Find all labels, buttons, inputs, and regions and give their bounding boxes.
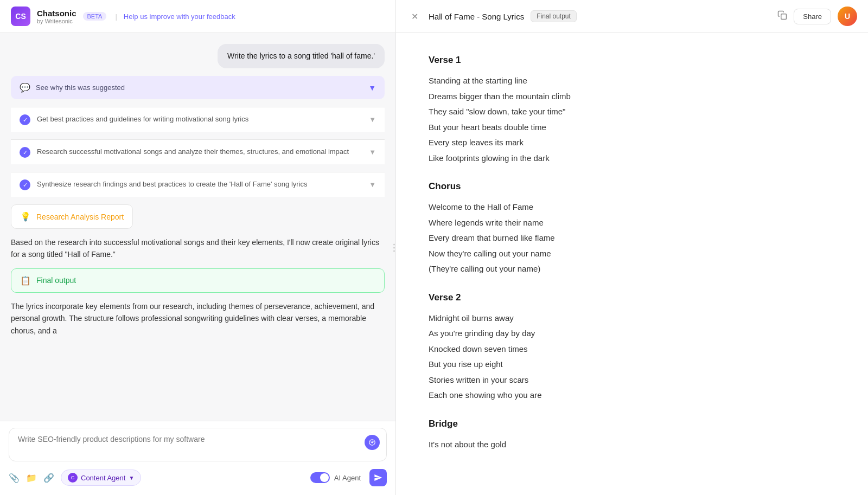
agent-chevron-icon: ▼ [129, 475, 134, 481]
beta-badge: BETA [83, 12, 107, 21]
chevron-right-icon-1: ▼ [369, 115, 376, 124]
task-item-1[interactable]: ✓ Get best practices and guidelines for … [11, 107, 385, 132]
section-title-1: Chorus [429, 181, 835, 192]
lyrics-line-2-0: Midnight oil burns away [429, 311, 835, 326]
task-item-3[interactable]: ✓ Synthesize research findings and best … [11, 172, 385, 197]
lyrics-line-1-0: Welcome to the Hall of Fame [429, 200, 835, 215]
section-title-2: Verse 2 [429, 292, 835, 303]
brand-info: Chatsonic by Writesonic [37, 9, 76, 24]
lyrics-line-1-1: Where legends write their name [429, 215, 835, 231]
doc-title: Hall of Fame - Song Lyrics [429, 12, 524, 21]
right-panel: ✕ Hall of Fame - Song Lyrics Final outpu… [396, 0, 868, 495]
resize-handle[interactable] [392, 243, 395, 252]
right-header: ✕ Hall of Fame - Song Lyrics Final outpu… [396, 0, 868, 33]
divider-dot-3 [393, 250, 395, 252]
lyrics-line-2-4: Stories written in your scars [429, 372, 835, 388]
svg-rect-0 [781, 14, 787, 20]
suggested-section: 💬 See why this was suggested ▼ [11, 76, 385, 99]
user-message: Write the lyrics to a song titled 'hall … [218, 44, 385, 68]
content-agent-button[interactable]: C Content Agent ▼ [61, 470, 141, 486]
lyrics-line-0-4: Every step leaves its mark [429, 135, 835, 151]
check-icon-1: ✓ [23, 117, 28, 124]
chat-input[interactable] [18, 435, 378, 452]
check-icon-3: ✓ [23, 182, 28, 189]
send-button[interactable] [369, 469, 387, 486]
final-output-card[interactable]: 📋 Final output [11, 268, 385, 293]
song-section-1: ChorusWelcome to the Hall of FameWhere l… [429, 181, 835, 277]
chevron-right-icon-3: ▼ [369, 181, 376, 189]
task-item-2[interactable]: ✓ Research successful motivational songs… [11, 139, 385, 164]
song-section-2: Verse 2Midnight oil burns awayAs you're … [429, 292, 835, 403]
research-report-card[interactable]: 💡 Research Analysis Report [11, 204, 133, 229]
attachment-icon[interactable]: 📎 [9, 473, 20, 483]
task-check-1: ✓ [20, 114, 30, 125]
folder-icon[interactable]: 📁 [26, 473, 37, 483]
section-title-0: Verse 1 [429, 55, 835, 66]
agent-avatar: C [68, 473, 78, 483]
lyrics-line-0-5: Like footprints glowing in the dark [429, 151, 835, 166]
task-check-2: ✓ [20, 147, 30, 158]
ai-agent-label: AI Agent [334, 474, 361, 482]
lyrics-line-0-2: They said "slow down, take your time" [429, 104, 835, 120]
song-section-3: BridgeIt's not about the gold [429, 419, 835, 453]
app-logo: CS [11, 7, 30, 26]
toggle-knob [320, 473, 329, 482]
lyrics-line-3-0: It's not about the gold [429, 437, 835, 453]
task-text-3: Synthesize research findings and best pr… [37, 179, 362, 190]
song-section-0: Verse 1Standing at the starting lineDrea… [429, 55, 835, 166]
input-toolbar: 📎 📁 🔗 C Content Agent ▼ AI Agent [9, 467, 387, 488]
lyrics-line-2-5: Each one showing who you are [429, 388, 835, 403]
lyrics-line-0-1: Dreams bigger than the mountain climb [429, 89, 835, 105]
lyrics-line-0-0: Standing at the starting line [429, 73, 835, 89]
check-icon-2: ✓ [23, 149, 28, 156]
lyrics-line-1-4: (They're calling out your name) [429, 261, 835, 277]
lyrics-line-1-2: Every dream that burned like flame [429, 230, 835, 246]
divider-dot-1 [393, 243, 395, 245]
copy-button[interactable] [777, 10, 787, 22]
content-agent-label: Content Agent [81, 474, 125, 482]
left-panel: CS Chatsonic by Writesonic BETA Help us … [0, 0, 396, 495]
lyrics-line-1-3: Now they're calling out your name [429, 246, 835, 262]
ai-agent-toggle-switch[interactable] [310, 472, 330, 483]
document-icon: 📋 [20, 275, 31, 286]
report-label: Research Analysis Report [36, 213, 124, 221]
ai-agent-toggle: AI Agent [310, 472, 361, 483]
right-content: Verse 1Standing at the starting lineDrea… [396, 33, 868, 495]
brand-sub: by Writesonic [37, 18, 76, 24]
lyrics-line-2-1: As you're grinding day by day [429, 326, 835, 342]
task-text-1: Get best practices and guidelines for wr… [37, 114, 362, 125]
mention-icon[interactable]: 🔗 [43, 473, 54, 483]
lyrics-line-2-3: But you rise up eight [429, 357, 835, 372]
task-check-3: ✓ [20, 179, 30, 190]
app-header: CS Chatsonic by Writesonic BETA Help us … [0, 0, 395, 33]
suggested-header-text: See why this was suggested [36, 83, 363, 92]
user-avatar: U [838, 7, 857, 26]
chevron-down-icon: ▼ [368, 83, 376, 92]
lyrics-line-0-3: But your heart beats double time [429, 120, 835, 136]
description-text: Based on the research into successful mo… [11, 236, 385, 261]
close-button[interactable]: ✕ [407, 9, 422, 24]
chat-bubble-icon: 💬 [20, 82, 30, 93]
send-icon-bubble [365, 435, 380, 450]
section-title-3: Bridge [429, 419, 835, 429]
output-desc: The lyrics incorporate key elements from… [11, 300, 385, 337]
divider-dot-2 [393, 247, 395, 248]
chevron-right-icon-2: ▼ [369, 148, 376, 156]
task-text-2: Research successful motivational songs a… [37, 146, 362, 157]
lyrics-line-2-2: Knocked down seven times [429, 342, 835, 357]
final-output-label: Final output [36, 276, 76, 285]
chat-area: Write the lyrics to a song titled 'hall … [0, 33, 395, 421]
bulb-icon: 💡 [20, 211, 31, 222]
input-box [9, 428, 387, 461]
input-area: 📎 📁 🔗 C Content Agent ▼ AI Agent [0, 421, 395, 495]
suggested-header[interactable]: 💬 See why this was suggested ▼ [11, 76, 385, 99]
feedback-link[interactable]: Help us improve with your feedback [115, 12, 235, 21]
share-button[interactable]: Share [794, 9, 831, 24]
brand-name: Chatsonic [37, 9, 76, 18]
final-output-badge: Final output [531, 10, 577, 22]
